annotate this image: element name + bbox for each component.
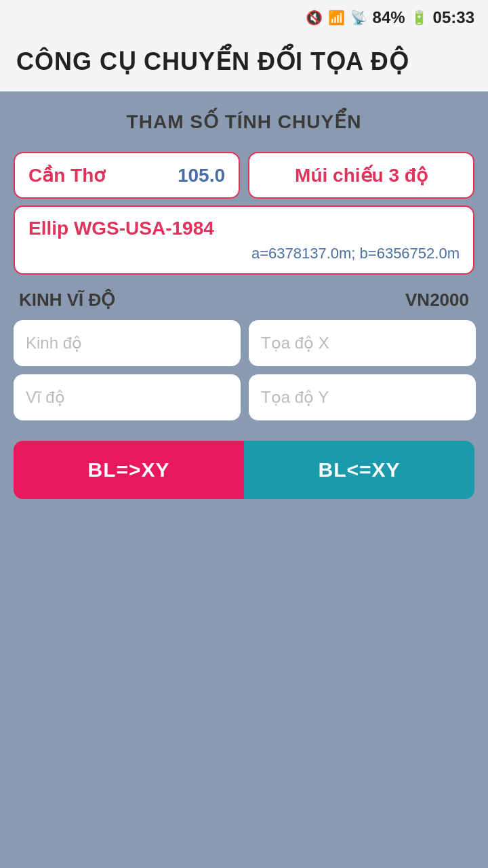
kinh-do-input[interactable] xyxy=(14,320,241,366)
input-row-1 xyxy=(14,320,474,366)
convert-buttons: BL=>XY BL<=XY xyxy=(14,441,474,499)
projection-selector[interactable]: Múi chiếu 3 độ xyxy=(248,152,474,199)
app-header: CÔNG CỤ CHUYỂN ĐỔI TỌA ĐỘ xyxy=(0,35,488,92)
xy-to-bl-button[interactable]: BL<=XY xyxy=(244,441,474,499)
input-row-2 xyxy=(14,374,474,420)
wifi-icon: 📶 xyxy=(328,9,345,26)
region-label: Cần Thơ xyxy=(28,164,105,186)
region-value: 105.0 xyxy=(178,165,225,186)
main-content: THAM SỐ TÍNH CHUYỂN Cần Thơ 105.0 Múi ch… xyxy=(0,92,488,868)
battery-icon: 🔋 xyxy=(411,9,428,26)
signal-icon: 📡 xyxy=(350,9,367,26)
projection-label: Múi chiếu 3 độ xyxy=(295,164,428,186)
status-icons: 🔇 📶 📡 84% 🔋 05:33 xyxy=(306,8,474,27)
ellipsoid-selector[interactable]: Ellip WGS-USA-1984 a=6378137.0m; b=63567… xyxy=(14,205,474,275)
section-title: THAM SỐ TÍNH CHUYỂN xyxy=(14,111,474,133)
coord-section: KINH VĨ ĐỘ VN2000 xyxy=(14,290,474,420)
region-selector[interactable]: Cần Thơ 105.0 xyxy=(14,152,240,199)
page-title: CÔNG CỤ CHUYỂN ĐỔI TỌA ĐỘ xyxy=(16,47,472,76)
mute-icon: 🔇 xyxy=(306,9,323,26)
selector-row-1: Cần Thơ 105.0 Múi chiếu 3 độ xyxy=(14,152,474,199)
ellipsoid-name: Ellip WGS-USA-1984 xyxy=(28,218,460,239)
vi-do-input[interactable] xyxy=(14,374,241,420)
bl-to-xy-button[interactable]: BL=>XY xyxy=(14,441,244,499)
status-bar: 🔇 📶 📡 84% 🔋 05:33 xyxy=(0,0,488,35)
battery-label: 84% xyxy=(373,8,405,27)
toa-do-x-input[interactable] xyxy=(249,320,476,366)
params-card: Cần Thơ 105.0 Múi chiếu 3 độ Ellip WGS-U… xyxy=(14,152,474,275)
toa-do-y-input[interactable] xyxy=(249,374,476,420)
kinh-vi-do-label: KINH VĨ ĐỘ xyxy=(19,290,115,311)
vn2000-label: VN2000 xyxy=(405,290,469,311)
ellipsoid-params: a=6378137.0m; b=6356752.0m xyxy=(28,245,460,262)
time-label: 05:33 xyxy=(433,8,474,27)
coord-header: KINH VĨ ĐỘ VN2000 xyxy=(14,290,474,311)
